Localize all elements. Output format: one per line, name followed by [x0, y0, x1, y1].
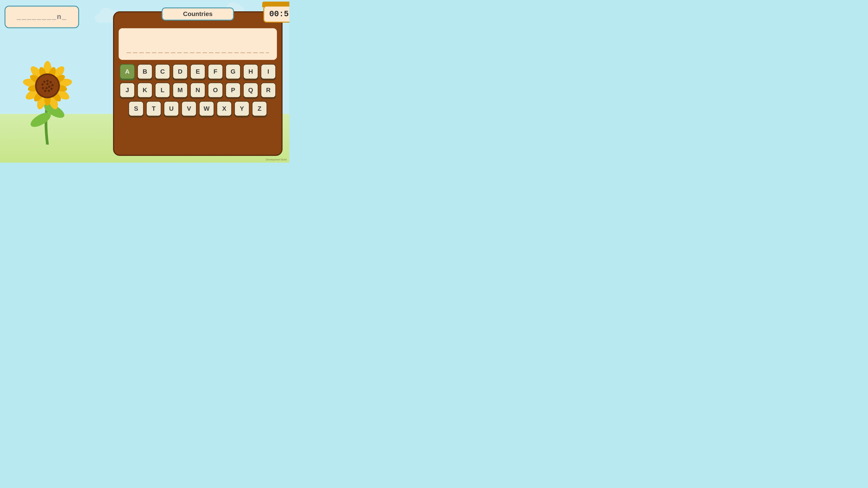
timer-box: 00:57 — [264, 6, 289, 23]
key-v[interactable]: V — [181, 101, 197, 116]
key-e[interactable]: E — [190, 64, 206, 79]
svg-point-32 — [48, 86, 51, 88]
key-h[interactable]: H — [243, 64, 258, 79]
keyboard-row-3: S T U V W X Y Z — [128, 101, 267, 116]
keyboard-row-2: J K L M N O P Q R — [120, 83, 276, 98]
key-g[interactable]: G — [225, 64, 241, 79]
key-d[interactable]: D — [173, 64, 188, 79]
key-t[interactable]: T — [146, 101, 161, 116]
key-s[interactable]: S — [128, 101, 144, 116]
svg-point-22 — [46, 80, 49, 82]
key-f[interactable]: F — [208, 64, 223, 79]
game-board: Countries 00:57 A B C D E F G H I J K L … — [113, 11, 283, 156]
svg-point-21 — [37, 75, 58, 97]
input-area — [119, 28, 277, 60]
key-l[interactable]: L — [155, 83, 170, 98]
key-a[interactable]: A — [120, 64, 135, 79]
svg-point-30 — [43, 80, 45, 83]
svg-point-27 — [44, 90, 46, 92]
key-z[interactable]: Z — [252, 101, 267, 116]
sunflower-decoration — [18, 50, 77, 144]
category-text: Countries — [183, 10, 213, 18]
key-c[interactable]: C — [155, 64, 170, 79]
timer-value: 00:57 — [269, 9, 289, 19]
key-w[interactable]: W — [199, 101, 214, 116]
key-p[interactable]: P — [225, 83, 241, 98]
svg-point-28 — [42, 87, 44, 89]
key-j[interactable]: J — [120, 83, 135, 98]
category-label-box: Countries — [162, 7, 234, 21]
svg-point-26 — [48, 90, 50, 92]
key-u[interactable]: U — [164, 101, 179, 116]
word-display-box: ________n_ — [4, 6, 79, 28]
svg-point-33 — [45, 87, 48, 89]
key-n[interactable]: N — [190, 83, 206, 98]
key-i[interactable]: I — [260, 64, 276, 79]
key-q[interactable]: Q — [243, 83, 258, 98]
keyboard-row-1: A B C D E F G H I — [120, 64, 276, 79]
key-r[interactable]: R — [260, 83, 276, 98]
key-m[interactable]: M — [173, 83, 188, 98]
key-k[interactable]: K — [137, 83, 153, 98]
key-b[interactable]: B — [137, 64, 153, 79]
svg-point-29 — [41, 84, 43, 86]
svg-point-31 — [46, 83, 49, 85]
svg-point-25 — [51, 88, 53, 90]
word-hint-text: ________n_ — [17, 13, 67, 21]
input-dashes — [127, 53, 269, 53]
key-y[interactable]: Y — [234, 101, 250, 116]
dev-watermark: Development Build — [266, 158, 287, 161]
svg-point-24 — [51, 84, 54, 86]
svg-point-23 — [50, 81, 52, 84]
key-x[interactable]: X — [217, 101, 232, 116]
keyboard: A B C D E F G H I J K L M N O P Q R S T … — [119, 64, 277, 116]
key-o[interactable]: O — [208, 83, 223, 98]
